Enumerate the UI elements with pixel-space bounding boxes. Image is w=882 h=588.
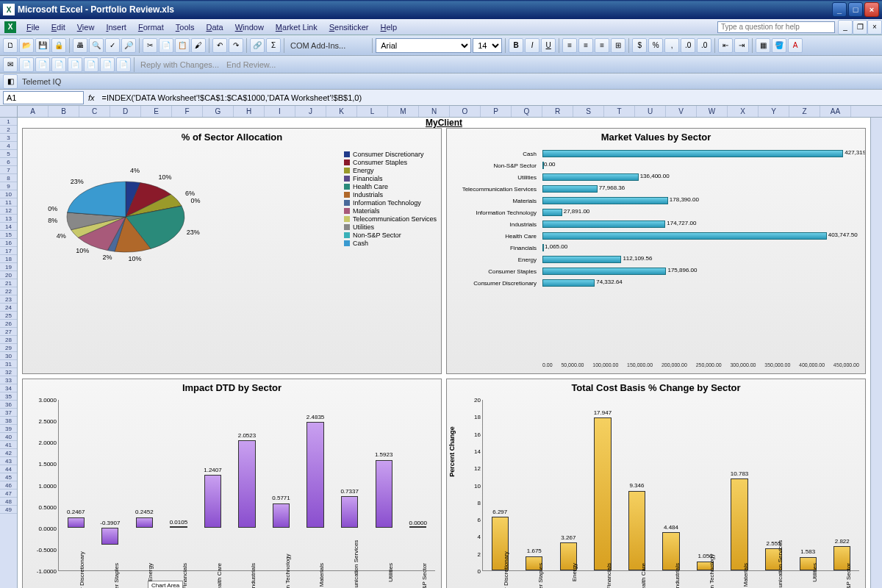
column-header[interactable]: J xyxy=(295,106,326,117)
row-header[interactable]: 46 xyxy=(0,481,17,490)
percent-icon[interactable]: % xyxy=(648,38,663,53)
chart-cost-basis[interactable]: Total Cost Basis % Change by Sector Perc… xyxy=(446,379,866,588)
column-header[interactable]: S xyxy=(573,106,604,117)
column-header[interactable]: F xyxy=(172,106,203,117)
copy-icon[interactable]: 📄 xyxy=(159,38,173,53)
fill-color-icon[interactable]: 🪣 xyxy=(772,38,786,53)
row-header[interactable]: 4 xyxy=(0,142,17,150)
reply-changes-button[interactable]: Reply with Changes... xyxy=(137,60,222,69)
column-header[interactable]: U xyxy=(635,106,666,117)
italic-icon[interactable]: I xyxy=(525,38,539,53)
column-header[interactable]: AA xyxy=(820,106,851,117)
research-icon[interactable]: 🔎 xyxy=(121,38,136,53)
paste-icon[interactable]: 📋 xyxy=(175,38,190,53)
row-header[interactable]: 6 xyxy=(0,158,17,166)
row-header[interactable]: 30 xyxy=(0,352,17,360)
font-size-select[interactable]: 14 xyxy=(473,38,502,53)
column-header[interactable]: P xyxy=(481,106,512,117)
increase-decimal-icon[interactable]: .0 xyxy=(681,38,695,53)
align-left-icon[interactable]: ≡ xyxy=(562,38,577,53)
row-header[interactable]: 1 xyxy=(0,118,17,126)
menu-help[interactable]: Help xyxy=(375,21,404,33)
review2-icon[interactable]: 📄 xyxy=(35,57,50,72)
permission-icon[interactable]: 🔒 xyxy=(51,38,66,53)
format-painter-icon[interactable]: 🖌 xyxy=(191,38,206,53)
row-header[interactable]: 3 xyxy=(0,134,17,142)
column-header[interactable]: D xyxy=(110,106,141,117)
review6-icon[interactable]: 📄 xyxy=(100,57,115,72)
row-header[interactable]: 33 xyxy=(0,376,17,384)
row-header[interactable]: 27 xyxy=(0,328,17,336)
doc-restore-button[interactable]: ❐ xyxy=(853,20,867,35)
row-header[interactable]: 39 xyxy=(0,425,17,433)
row-header[interactable]: 31 xyxy=(0,360,17,368)
row-header[interactable]: 21 xyxy=(0,279,17,287)
font-color-icon[interactable]: A xyxy=(788,38,803,53)
end-review-button[interactable]: End Review... xyxy=(223,60,279,69)
menu-window[interactable]: Window xyxy=(229,21,270,33)
telemet-label[interactable]: Telemet IQ xyxy=(19,77,64,86)
row-header[interactable]: 22 xyxy=(0,287,17,295)
column-header[interactable]: M xyxy=(388,106,419,117)
menu-data[interactable]: Data xyxy=(200,21,229,33)
chart-impact-dtd[interactable]: Impact DTD by Sector 3.00002.50002.00001… xyxy=(22,379,442,588)
column-header[interactable]: G xyxy=(203,106,234,117)
column-header[interactable]: R xyxy=(542,106,573,117)
review1-icon[interactable]: 📄 xyxy=(19,57,34,72)
spelling-icon[interactable]: ✓ xyxy=(105,38,120,53)
name-box[interactable]: A1 xyxy=(3,91,84,104)
column-header[interactable]: X xyxy=(728,106,759,117)
row-header[interactable]: 23 xyxy=(0,295,17,304)
column-header[interactable]: L xyxy=(357,106,388,117)
open-icon[interactable]: 📂 xyxy=(19,38,34,53)
row-header[interactable]: 24 xyxy=(0,304,17,312)
column-header[interactable]: B xyxy=(49,106,79,117)
row-header[interactable]: 13 xyxy=(0,215,17,223)
row-header[interactable]: 38 xyxy=(0,417,17,425)
column-header[interactable]: O xyxy=(450,106,481,117)
column-header[interactable]: K xyxy=(326,106,357,117)
review4-icon[interactable]: 📄 xyxy=(68,57,82,72)
column-header[interactable]: Y xyxy=(759,106,789,117)
review5-icon[interactable]: 📄 xyxy=(84,57,98,72)
underline-icon[interactable]: U xyxy=(541,38,556,53)
chart-market-values[interactable]: Market Values by Sector Cash427,319.48No… xyxy=(446,128,866,374)
menu-insert[interactable]: Insert xyxy=(100,21,132,33)
row-header[interactable]: 35 xyxy=(0,392,17,401)
row-header[interactable]: 49 xyxy=(0,506,17,514)
row-header[interactable]: 37 xyxy=(0,409,17,417)
worksheet-area[interactable]: MyClient % of Sector Allocation 4%10%6%0… xyxy=(18,118,870,588)
row-header[interactable]: 48 xyxy=(0,498,17,506)
mail-icon[interactable]: ✉ xyxy=(3,57,18,72)
menu-sensiticker[interactable]: Sensiticker xyxy=(323,21,375,33)
row-header[interactable]: 12 xyxy=(0,207,17,215)
comma-icon[interactable]: , xyxy=(664,38,679,53)
column-header[interactable]: A xyxy=(18,106,49,117)
menu-format[interactable]: Format xyxy=(132,21,170,33)
row-header[interactable]: 36 xyxy=(0,401,17,409)
row-header[interactable]: 19 xyxy=(0,263,17,271)
decrease-indent-icon[interactable]: ⇤ xyxy=(718,38,733,53)
row-header[interactable]: 2 xyxy=(0,126,17,134)
redo-icon[interactable]: ↷ xyxy=(229,38,243,53)
decrease-decimal-icon[interactable]: .0 xyxy=(697,38,711,53)
print-icon[interactable]: 🖶 xyxy=(73,38,87,53)
row-header[interactable]: 28 xyxy=(0,336,17,344)
review3-icon[interactable]: 📄 xyxy=(51,57,66,72)
row-header[interactable]: 29 xyxy=(0,344,17,352)
formula-input[interactable] xyxy=(99,91,882,104)
autosum-icon[interactable]: Σ xyxy=(266,38,281,53)
row-header[interactable]: 14 xyxy=(0,223,17,231)
align-center-icon[interactable]: ≡ xyxy=(578,38,593,53)
minimize-button[interactable]: _ xyxy=(832,2,847,17)
new-icon[interactable]: 🗋 xyxy=(3,38,18,53)
chart-sector-allocation[interactable]: % of Sector Allocation 4%10%6%0%23%10%2%… xyxy=(22,128,442,374)
row-header[interactable]: 18 xyxy=(0,255,17,263)
align-right-icon[interactable]: ≡ xyxy=(595,38,609,53)
row-header[interactable]: 47 xyxy=(0,490,17,498)
undo-icon[interactable]: ↶ xyxy=(212,38,227,53)
cut-icon[interactable]: ✂ xyxy=(143,38,157,53)
row-header[interactable]: 9 xyxy=(0,182,17,190)
menu-tools[interactable]: Tools xyxy=(170,21,201,33)
doc-close-button[interactable]: × xyxy=(867,20,882,35)
